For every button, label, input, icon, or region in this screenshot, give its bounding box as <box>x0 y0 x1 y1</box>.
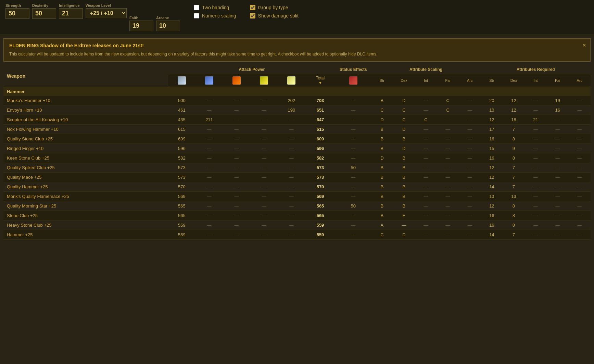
table-row[interactable]: Scepter of the All-Knowing +10435211———6… <box>3 115 591 125</box>
strength-group: Strength <box>5 3 29 19</box>
fire-cell: — <box>223 115 250 125</box>
sc-dex-cell: B <box>393 201 415 211</box>
sc-str-cell: C <box>371 230 393 240</box>
table-row[interactable]: Stone Club +25565————565—BE———168——— <box>3 211 591 221</box>
numeric-scaling-label[interactable]: Numeric scaling <box>202 13 236 18</box>
req-dex-cell: 7 <box>503 230 525 240</box>
status-cell: — <box>336 105 371 115</box>
status-cell: — <box>336 192 371 201</box>
sc-dex-cell: B <box>393 182 415 192</box>
weapon-name-cell: Hammer +25 <box>3 230 168 240</box>
table-row[interactable]: Quality Morning Star +25565————56550BB——… <box>3 201 591 211</box>
fire-cell: — <box>223 182 250 192</box>
light-cell: — <box>250 182 278 192</box>
phys-cell: 559 <box>168 230 195 240</box>
phys-icon-header <box>168 74 195 87</box>
req-fai-cell: 19 <box>547 96 569 105</box>
weapon-name-cell: Monk's Quality Flamemace +25 <box>3 192 168 201</box>
sc-str-cell: B <box>371 182 393 192</box>
req-fai-cell: — <box>547 173 569 182</box>
weapon-level-select[interactable]: +25 / +10 +24 / +9 +0 / +0 <box>86 8 127 18</box>
holy-cell: — <box>278 182 305 192</box>
req-dex-cell: 8 <box>503 134 525 144</box>
two-handing-checkbox[interactable] <box>194 5 199 10</box>
announcement-close-button[interactable]: × <box>582 42 586 48</box>
req-arc-cell: — <box>569 125 591 134</box>
table-row[interactable]: Keen Stone Club +25582————582—DB———168——… <box>3 153 591 163</box>
two-handing-label[interactable]: Two handing <box>202 5 229 10</box>
faith-input[interactable] <box>129 21 153 31</box>
table-row[interactable]: Quality Mace +25573————573—BB———127——— <box>3 173 591 182</box>
req-arc-header: Arc <box>569 74 591 87</box>
strength-input[interactable] <box>5 8 29 19</box>
show-damage-split-label[interactable]: Show damage split <box>258 13 299 18</box>
req-fai-cell: 16 <box>547 105 569 115</box>
magic-cell: — <box>195 163 223 173</box>
attribute-scaling-col-header: Attribute Scaling <box>371 65 481 74</box>
intelligence-label: Intelligence <box>59 3 83 8</box>
group-by-type-checkbox[interactable] <box>250 5 255 10</box>
magic-icon-header <box>195 74 223 87</box>
sc-arc-cell: — <box>459 211 481 221</box>
dexterity-input[interactable] <box>32 8 56 19</box>
sc-dex-cell: — <box>393 221 415 230</box>
table-row[interactable]: Ringed Finger +10596————596—BD———159——— <box>3 144 591 153</box>
weapon-name-cell: Ringed Finger +10 <box>3 144 168 153</box>
holy-cell: — <box>278 134 305 144</box>
sc-str-cell: B <box>371 134 393 144</box>
sc-int-cell: — <box>415 201 437 211</box>
sc-dex-cell: C <box>393 105 415 115</box>
show-damage-split-checkbox[interactable] <box>250 13 255 18</box>
table-row[interactable]: Nox Flowing Hammer +10615————615—BD———17… <box>3 125 591 134</box>
sort-icon[interactable]: ▼ <box>318 80 323 85</box>
status-cell: — <box>336 144 371 153</box>
bleed-status-icon <box>349 76 357 85</box>
sc-arc-cell: — <box>459 105 481 115</box>
sc-fai-cell: — <box>437 125 459 134</box>
arcane-input[interactable] <box>156 21 180 31</box>
second-row-stats: Faith Arcane <box>129 16 180 31</box>
faith-arcane-row: Faith Arcane <box>129 16 180 31</box>
table-row[interactable]: Quality Stone Club +25609————609—BB———16… <box>3 134 591 144</box>
req-int-cell: — <box>525 182 547 192</box>
group-by-type-label[interactable]: Group by type <box>258 5 288 10</box>
table-row[interactable]: Marika's Hammer +10500———202703—BD—C—201… <box>3 96 591 105</box>
req-dex-cell: 7 <box>503 125 525 134</box>
fire-cell: — <box>223 105 250 115</box>
sc-arc-cell: — <box>459 115 481 125</box>
sc-dex-cell: E <box>393 211 415 221</box>
table-row[interactable]: Heavy Stone Club +25559————559—A————168—… <box>3 221 591 230</box>
status-cell: — <box>336 115 371 125</box>
table-row[interactable]: Quality Spiked Club +25573————57350BB———… <box>3 163 591 173</box>
table-row[interactable]: Envoy's Horn +10461———190651—CC—C—1012—1… <box>3 105 591 115</box>
sc-int-cell: — <box>415 163 437 173</box>
table-row[interactable]: Hammer +25559————559—CD———147——— <box>3 230 591 240</box>
req-arc-cell: — <box>569 211 591 221</box>
light-cell: — <box>250 192 278 201</box>
total-cell: 565 <box>305 201 335 211</box>
sc-int-cell: — <box>415 230 437 240</box>
magic-cell: 211 <box>195 115 223 125</box>
numeric-scaling-checkbox[interactable] <box>194 13 199 18</box>
req-arc-cell: — <box>569 96 591 105</box>
arcane-label: Arcane <box>156 16 180 20</box>
intelligence-input[interactable] <box>59 8 83 19</box>
dexterity-label: Dexterity <box>32 3 56 8</box>
req-arc-cell: — <box>569 163 591 173</box>
holy-cell: 190 <box>278 105 305 115</box>
req-fai-cell: — <box>547 125 569 134</box>
light-cell: — <box>250 153 278 163</box>
sc-int-cell: — <box>415 153 437 163</box>
scaling-dex-header: Dex <box>393 74 415 87</box>
fire-cell: — <box>223 221 250 230</box>
req-str-cell: 12 <box>481 173 503 182</box>
sc-fai-cell: C <box>437 96 459 105</box>
req-fai-cell: — <box>547 230 569 240</box>
table-row[interactable]: Monk's Quality Flamemace +25569————569—B… <box>3 192 591 201</box>
req-int-cell: — <box>525 201 547 211</box>
sc-arc-cell: — <box>459 125 481 134</box>
sc-int-cell: — <box>415 125 437 134</box>
table-row[interactable]: Quality Hammer +25570————570—BB———147——— <box>3 182 591 192</box>
total-col-header: Total ▼ <box>305 74 335 87</box>
req-int-cell: — <box>525 230 547 240</box>
